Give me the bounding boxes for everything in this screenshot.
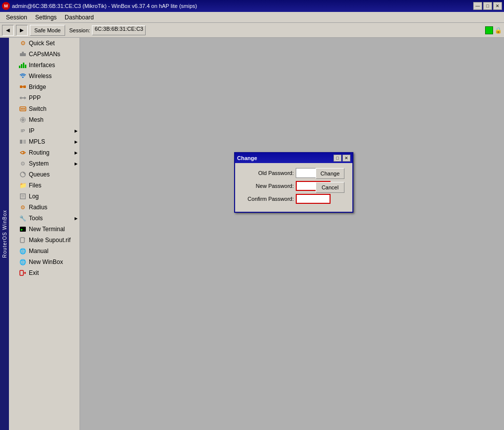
dialog-title: Change: [237, 155, 257, 161]
old-password-label: Old Password:: [239, 170, 294, 176]
sidebar-label-tools: Tools: [29, 215, 73, 222]
mpls-arrow: ▶: [75, 140, 78, 144]
svg-point-10: [22, 108, 24, 110]
sidebar-item-exit[interactable]: Exit: [9, 267, 80, 278]
sidebar-item-system[interactable]: ⚙ System ▶: [9, 158, 80, 169]
sidebar-label-new-terminal: New Terminal: [29, 226, 78, 233]
vertical-label-text: RouterOS WinBox: [2, 210, 7, 258]
status-indicators: 🔒: [485, 26, 502, 34]
ip-icon: IP: [19, 127, 27, 135]
sidebar-label-ppp: PPP: [29, 94, 78, 101]
sidebar-label-routing: Routing: [29, 149, 73, 156]
forward-button[interactable]: ▶: [16, 25, 28, 36]
sidebar-item-switch[interactable]: Switch: [9, 103, 80, 114]
sidebar-label-bridge: Bridge: [29, 84, 78, 90]
session-value: 6C:3B:6B:31:CE:C3: [92, 25, 146, 35]
title-bar-buttons[interactable]: — □ ✕: [473, 2, 502, 10]
toolbar: ◀ ▶ Safe Mode Session: 6C:3B:6B:31:CE:C3…: [0, 23, 504, 38]
work-area: Change □ ✕ Old Password: Change: [80, 38, 504, 430]
dialog-controls: □ ✕: [334, 155, 350, 162]
svg-rect-0: [20, 53, 26, 56]
sidebar-label-new-winbox: New WinBox: [29, 258, 78, 265]
dialog-close-button[interactable]: ✕: [342, 155, 350, 162]
system-arrow: ▶: [75, 162, 78, 166]
menu-session[interactable]: Session: [2, 13, 31, 22]
sidebar-label-make-supout: Make Supout.rif: [29, 237, 78, 244]
exit-icon: [19, 269, 27, 277]
safe-mode-button[interactable]: Safe Mode: [30, 25, 65, 36]
sidebar-label-files: Files: [29, 182, 78, 189]
sidebar-label-log: Log: [29, 193, 78, 200]
app-icon: M: [2, 2, 10, 10]
terminal-icon: ▶: [19, 225, 27, 233]
svg-rect-16: [20, 140, 22, 144]
queues-icon: [19, 171, 27, 178]
sidebar-item-new-winbox[interactable]: 🌐 New WinBox: [9, 257, 80, 267]
change-button[interactable]: Change: [316, 168, 344, 179]
sidebar-item-mesh[interactable]: Mesh: [9, 114, 80, 125]
sidebar-label-ip: IP: [29, 127, 73, 134]
dialog-overlay: Change □ ✕ Old Password: Change: [80, 38, 504, 430]
svg-point-9: [21, 108, 22, 110]
svg-marker-6: [24, 96, 26, 99]
sidebar-item-interfaces[interactable]: Interfaces: [9, 60, 80, 71]
sidebar-item-capsman[interactable]: CAPsMANs: [9, 49, 80, 60]
confirm-password-row: Confirm Password:: [239, 194, 348, 204]
menu-settings[interactable]: Settings: [31, 13, 61, 22]
svg-rect-17: [23, 140, 26, 144]
tools-icon: 🔧: [19, 214, 27, 222]
tools-arrow: ▶: [75, 216, 78, 221]
minimize-button[interactable]: —: [473, 2, 482, 10]
new-password-row: New Password: Cancel: [239, 181, 348, 191]
sidebar-label-interfaces: Interfaces: [29, 62, 78, 69]
svg-marker-30: [25, 271, 26, 274]
cancel-button[interactable]: Cancel: [316, 182, 344, 193]
svg-rect-26: [20, 238, 24, 243]
confirm-password-label: Confirm Password:: [239, 196, 294, 202]
ppp-icon: [19, 94, 27, 102]
svg-rect-3: [23, 86, 26, 88]
maximize-button[interactable]: □: [483, 2, 492, 10]
sidebar-item-quick-set[interactable]: ⚙ Quick Set: [9, 38, 80, 49]
sidebar-item-queues[interactable]: Queues: [9, 169, 80, 180]
svg-rect-1: [22, 52, 24, 53]
mesh-icon: [19, 116, 27, 124]
main-content: RouterOS WinBox ⚙ Quick Set CAPsMANs: [0, 38, 504, 430]
quick-set-icon: ⚙: [19, 39, 27, 47]
close-button[interactable]: ✕: [493, 2, 502, 10]
routing-arrow: ▶: [75, 151, 78, 155]
sidebar-item-ppp[interactable]: PPP: [9, 92, 80, 103]
menu-dashboard[interactable]: Dashboard: [61, 13, 98, 22]
sidebar-label-mesh: Mesh: [29, 116, 78, 123]
connection-led: [485, 26, 493, 34]
system-icon: ⚙: [19, 160, 27, 168]
sidebar-item-wireless[interactable]: Wireless: [9, 71, 80, 82]
sidebar-item-routing[interactable]: Routing ▶: [9, 147, 80, 158]
sidebar-item-files[interactable]: 📁 Files: [9, 180, 80, 191]
interfaces-icon: [19, 61, 27, 69]
files-icon: 📁: [19, 181, 27, 189]
sidebar-item-bridge[interactable]: Bridge: [9, 82, 80, 92]
mpls-icon: [19, 138, 27, 146]
menu-bar: Session Settings Dashboard: [0, 12, 504, 23]
winbox-icon: 🌐: [19, 258, 27, 266]
confirm-password-input[interactable]: [296, 194, 331, 204]
dialog-maximize-button[interactable]: □: [334, 155, 341, 162]
sidebar-label-system: System: [29, 160, 73, 167]
wireless-icon: [19, 72, 27, 80]
sidebar-label-switch: Switch: [29, 105, 78, 112]
sidebar-item-tools[interactable]: 🔧 Tools ▶: [9, 213, 80, 224]
sidebar-item-mpls[interactable]: MPLS ▶: [9, 136, 80, 147]
sidebar-item-make-supout[interactable]: Make Supout.rif: [9, 235, 80, 246]
sidebar-item-new-terminal[interactable]: ▶ New Terminal: [9, 224, 80, 235]
capsman-icon: [19, 50, 27, 58]
sidebar-item-ip[interactable]: IP IP ▶: [9, 125, 80, 136]
svg-rect-28: [20, 270, 23, 275]
sidebar-label-quick-set: Quick Set: [29, 40, 78, 47]
svg-marker-7: [19, 96, 21, 99]
sidebar-item-manual[interactable]: 🌐 Manual: [9, 246, 80, 257]
sidebar-item-radius[interactable]: ⚙ Radius: [9, 202, 80, 213]
sidebar-item-log[interactable]: Log: [9, 191, 80, 202]
bridge-icon: [19, 83, 27, 91]
back-button[interactable]: ◀: [2, 25, 14, 36]
